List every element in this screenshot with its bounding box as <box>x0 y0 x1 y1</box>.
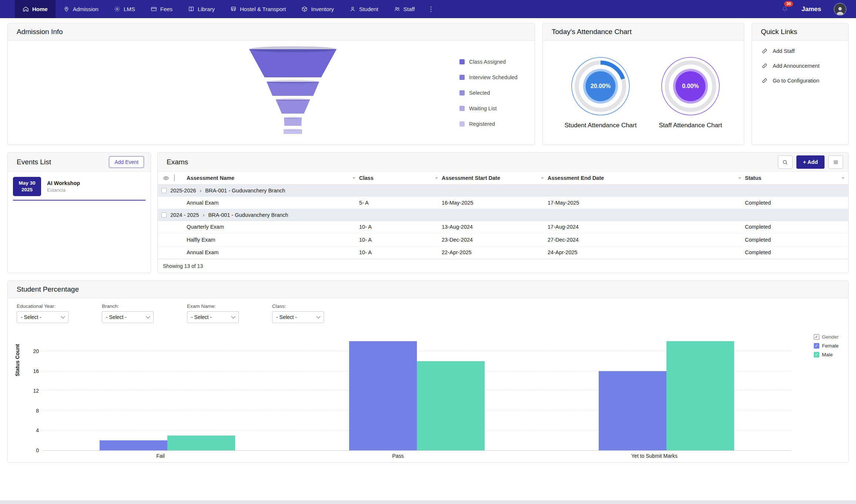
nav-item-home[interactable]: Home <box>15 0 56 18</box>
select-all-checkbox[interactable] <box>174 174 175 181</box>
add-event-button[interactable]: Add Event <box>109 156 144 168</box>
user-avatar[interactable] <box>834 3 846 16</box>
nav-item-admission[interactable]: Admission <box>56 0 106 18</box>
admission-funnel-chart <box>234 44 352 142</box>
table-footer-count: Showing 13 of 13 <box>158 259 848 273</box>
column-visibility-button[interactable] <box>158 175 174 181</box>
status-badge: Completed <box>745 224 848 230</box>
nav-item-student[interactable]: Student <box>342 0 386 18</box>
male-bar <box>167 436 235 450</box>
bar-group-fail <box>100 436 235 450</box>
quick-links-panel: Quick Links Add Staff Add Announcement G… <box>752 23 849 145</box>
exam-table-row[interactable]: Annual Exam 5- A 16-May-2025 17-May-2025… <box>158 196 848 209</box>
staff-attendance-donut: 0.00% Staff Attendance Chart <box>659 57 722 129</box>
nav-item-fees[interactable]: Fees <box>143 0 180 18</box>
status-badge: Completed <box>745 200 848 206</box>
y-axis-tick-label: 0 <box>20 447 39 453</box>
exam-name-select[interactable]: - Select - <box>187 311 239 323</box>
quick-link-add-announcement[interactable]: Add Announcement <box>762 63 839 69</box>
nav-label: Inventory <box>311 6 334 12</box>
exam-group-row[interactable]: 2025-2026 › BRA-001 - Guduvanchery Branc… <box>158 185 848 196</box>
column-header-class[interactable]: Class <box>359 175 442 181</box>
y-axis-tick-label: 20 <box>20 348 39 354</box>
link-icon <box>762 78 768 84</box>
column-header-status[interactable]: Status <box>745 175 848 181</box>
exam-group-row[interactable]: 2024 - 2025 › BRA-001 - Guduvanchery Bra… <box>158 209 848 221</box>
column-header-start-date[interactable]: Assessment Start Date <box>442 175 548 181</box>
nav-item-lms[interactable]: LMS <box>106 0 143 18</box>
filter-educational-year: Educational Year: - Select - <box>17 303 68 323</box>
legend-gender-toggle[interactable]: ✓ Gender <box>814 334 839 340</box>
group-checkbox[interactable] <box>161 212 167 218</box>
more-menu-kebab-icon[interactable]: ⋮ <box>422 0 439 18</box>
nav-item-inventory[interactable]: Inventory <box>294 0 342 18</box>
quick-link-add-staff[interactable]: Add Staff <box>762 48 839 54</box>
chevron-down-icon <box>231 314 235 318</box>
dashboard-page: Home Admission LMS Fees Library Hostel &… <box>0 0 856 504</box>
legend-item: Waiting List <box>459 105 518 111</box>
staff-attendance-label: Staff Attendance Chart <box>659 122 722 129</box>
bus-icon <box>230 6 237 12</box>
events-panel: Events List Add Event May 30 2025 AI Wor… <box>7 152 151 273</box>
navbar-right: 30 James <box>781 0 856 18</box>
add-exam-button[interactable]: + Add <box>796 155 825 169</box>
chevron-down-icon <box>146 314 150 318</box>
column-header-assessment-name[interactable]: Assessment Name <box>187 175 359 181</box>
legend-item: Registered <box>459 121 518 127</box>
legend-swatch <box>459 90 465 95</box>
search-button[interactable] <box>778 155 793 169</box>
exam-table-row[interactable]: Halfly Exam 10- A 23-Dec-2024 27-Dec-202… <box>158 233 848 246</box>
notification-bell-icon[interactable]: 30 <box>781 4 789 14</box>
sort-arrow-icon <box>352 177 355 179</box>
nav-item-staff[interactable]: Staff <box>386 0 423 18</box>
chevron-right-icon: › <box>203 212 204 218</box>
gender-checkbox[interactable]: ✓ <box>814 334 819 340</box>
exam-table-row[interactable]: Quarterly Exam 10- A 13-Aug-2024 17-Aug-… <box>158 221 848 233</box>
nav-label: Home <box>32 6 48 12</box>
admission-info-panel: Admission Info <box>7 23 535 145</box>
sort-arrow-icon <box>842 177 845 179</box>
male-bar <box>417 361 485 450</box>
box-icon <box>301 6 308 12</box>
event-list-item[interactable]: May 30 2025 AI Workshop Estancia <box>13 177 146 201</box>
y-axis-title: Status Count <box>14 344 20 376</box>
column-header-end-date[interactable]: Assessment End Date <box>548 175 745 181</box>
funnel-legend: Class Assigned Interview Scheduled Selec… <box>459 49 518 137</box>
class-select[interactable]: - Select - <box>272 311 324 323</box>
funnel-stage-shapes <box>249 46 337 134</box>
event-name: AI Workshop <box>47 180 80 186</box>
nav-item-hostel-transport[interactable]: Hostel & Transport <box>223 0 294 18</box>
branch-select[interactable]: - Select - <box>102 311 154 323</box>
sort-arrow-icon <box>738 177 741 179</box>
chevron-right-icon: › <box>200 187 201 194</box>
female-bar <box>349 341 417 450</box>
legend-swatch <box>459 106 465 111</box>
male-checkbox[interactable]: ✓ <box>814 352 819 357</box>
x-axis-title: Status <box>43 461 791 463</box>
exams-title: Exams <box>167 158 188 166</box>
legend-item: Selected <box>459 90 518 96</box>
student-icon <box>350 6 356 12</box>
events-title: Events List <box>17 158 51 166</box>
student-percentage-title: Student Percentage <box>8 281 848 298</box>
female-bar <box>100 440 167 450</box>
top-navbar: Home Admission LMS Fees Library Hostel &… <box>0 0 856 18</box>
nav-item-library[interactable]: Library <box>180 0 223 18</box>
legend-female-toggle[interactable]: ✓ Female <box>814 343 839 349</box>
legend-male-toggle[interactable]: ✓ Male <box>814 352 839 357</box>
menu-button[interactable] <box>828 155 843 169</box>
status-count-bar-chart: Status Count 048121620 FailPassYet to Su… <box>17 333 839 463</box>
admission-info-title: Admission Info <box>8 23 535 41</box>
page-bottom-strip <box>0 500 856 504</box>
female-checkbox[interactable]: ✓ <box>814 343 819 349</box>
eye-icon <box>163 175 169 181</box>
exam-table-row[interactable]: Annual Exam 10- A 22-Apr-2025 24-Apr-202… <box>158 246 848 259</box>
category-label: Fail <box>156 453 165 459</box>
quick-link-go-to-configuration[interactable]: Go to Configuration <box>762 78 839 84</box>
nav-label: Student <box>359 6 378 12</box>
y-axis-tick-label: 12 <box>20 388 39 394</box>
book-icon <box>188 6 194 12</box>
attendance-panel: Today's Attendance Chart 20.00% <box>542 23 744 145</box>
educational-year-select[interactable]: - Select - <box>17 311 68 323</box>
group-checkbox[interactable] <box>161 188 167 193</box>
